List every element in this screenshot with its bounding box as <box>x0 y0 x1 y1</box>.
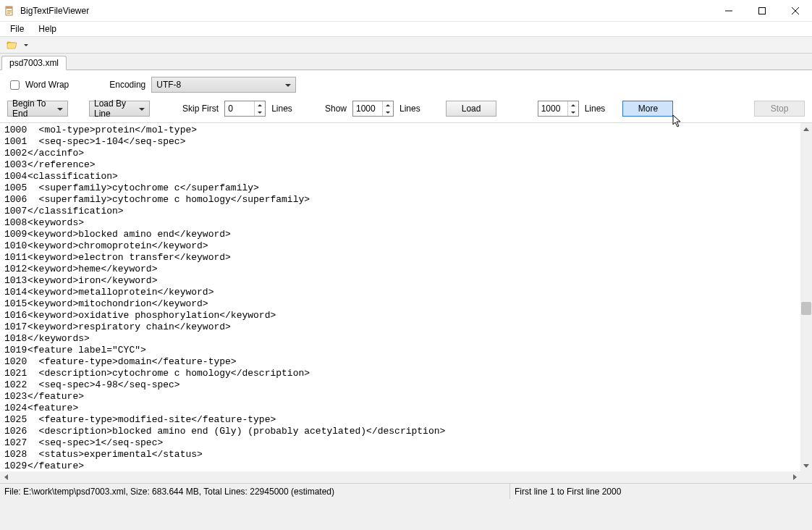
text-line: 1000 <mol-type>protein</mol-type> <box>4 125 811 136</box>
text-line: 1012<keyword>heme</keyword> <box>4 264 811 275</box>
maximize-button[interactable] <box>745 0 779 22</box>
scroll-thumb[interactable] <box>801 302 811 315</box>
text-line: 1020 <feature-type>domain</feature-type> <box>4 356 811 368</box>
spinner-up-icon[interactable] <box>568 101 578 109</box>
horizontal-scrollbar[interactable] <box>0 471 800 483</box>
app-icon <box>4 5 16 17</box>
stop-button[interactable]: Stop <box>754 101 805 117</box>
close-button[interactable] <box>779 0 812 22</box>
text-line: 1013<keyword>iron</keyword> <box>4 275 811 287</box>
more-button[interactable]: More <box>622 101 673 117</box>
text-line: 1004<classification> <box>4 171 811 182</box>
text-line: 1006 <superfamily>cytochrome c homology<… <box>4 194 811 206</box>
encoding-select[interactable]: UTF-8 <box>151 77 296 93</box>
lines-label-3: Lines <box>585 104 606 114</box>
text-line: 1024<feature> <box>4 403 811 414</box>
text-line: 1029</feature> <box>4 460 811 472</box>
file-tab[interactable]: psd7003.xml <box>1 56 67 70</box>
svg-rect-1 <box>6 7 12 9</box>
status-right: First line 1 to First line 2000 <box>510 484 812 499</box>
app-title: BigTextFileViewer <box>20 6 89 16</box>
text-line: 1027 <seq-spec>1</seq-spec> <box>4 437 811 449</box>
text-line: 1014<keyword>metalloprotein</keyword> <box>4 287 811 298</box>
direction-value: Begin To End <box>12 98 54 119</box>
text-line: 1002</accinfo> <box>4 148 811 159</box>
show-label: Show <box>325 104 347 114</box>
text-line: 1022 <seq-spec>4-98</seq-spec> <box>4 379 811 391</box>
scroll-corner <box>800 471 812 483</box>
tab-strip: psd7003.xml <box>0 54 812 70</box>
text-line: 1008<keywords> <box>4 217 811 229</box>
svg-rect-4 <box>7 13 10 14</box>
load-mode-select[interactable]: Load By Line <box>89 101 150 117</box>
encoding-value: UTF-8 <box>156 80 181 90</box>
text-line: 1018</keywords> <box>4 333 811 345</box>
load-mode-value: Load By Line <box>94 98 136 119</box>
tool-strip <box>0 36 812 54</box>
spinner-up-icon[interactable] <box>255 101 265 109</box>
skip-first-input[interactable] <box>225 101 254 116</box>
text-line: 1023</feature> <box>4 391 811 403</box>
spinner-down-icon[interactable] <box>383 109 393 116</box>
wordwrap-checkbox[interactable]: Word Wrap <box>7 78 69 92</box>
direction-select[interactable]: Begin To End <box>7 101 68 117</box>
scroll-left-icon[interactable] <box>0 471 12 483</box>
encoding-label: Encoding <box>109 80 145 90</box>
options-panel: Word Wrap Encoding UTF-8 Begin To End Lo… <box>0 70 812 122</box>
text-line: 1017<keyword>respiratory chain</keyword> <box>4 321 811 333</box>
minimize-button[interactable] <box>712 0 745 22</box>
vertical-scrollbar[interactable] <box>800 123 812 471</box>
text-line: 1007</classification> <box>4 206 811 217</box>
show-input[interactable] <box>353 101 382 116</box>
svg-rect-6 <box>759 7 766 14</box>
lines-label-2: Lines <box>399 104 420 114</box>
spinner-down-icon[interactable] <box>568 109 578 116</box>
svg-rect-3 <box>7 12 12 12</box>
status-bar: File: E:\work\temp\psd7003.xml, Size: 68… <box>0 483 812 499</box>
menu-bar: File Help <box>0 22 812 36</box>
scroll-right-icon[interactable] <box>789 471 800 483</box>
text-line: 1001 <seq-spec>1-104</seq-spec> <box>4 136 811 148</box>
text-line: 1016<keyword>oxidative phosphorylation</… <box>4 310 811 321</box>
more-input[interactable] <box>538 101 567 116</box>
skip-first-spinner[interactable] <box>224 101 266 117</box>
status-left: File: E:\work\temp\psd7003.xml, Size: 68… <box>0 484 510 499</box>
text-line: 1028 <status>experimental</status> <box>4 449 811 460</box>
text-line: 1021 <description>cytochrome c homology<… <box>4 368 811 379</box>
skip-first-label: Skip First <box>182 104 219 114</box>
text-line: 1011<keyword>electron transfer</keyword> <box>4 252 811 264</box>
text-line: 1003</reference> <box>4 159 811 171</box>
text-line: 1005 <superfamily>cytochrome c</superfam… <box>4 182 811 194</box>
open-dropdown-arrow[interactable] <box>24 44 28 46</box>
folder-open-icon <box>7 40 18 50</box>
menu-help[interactable]: Help <box>34 23 61 35</box>
open-file-button[interactable] <box>4 38 20 52</box>
wordwrap-input[interactable] <box>10 80 20 90</box>
spinner-up-icon[interactable] <box>383 101 393 109</box>
svg-rect-2 <box>7 10 12 11</box>
text-line: 1019<feature label="CYC"> <box>4 345 811 356</box>
content-area: 1000 <mol-type>protein</mol-type>1001 <s… <box>0 122 812 483</box>
menu-file[interactable]: File <box>6 23 28 35</box>
wordwrap-label: Word Wrap <box>25 80 69 90</box>
load-button[interactable]: Load <box>446 101 496 117</box>
text-line: 1009<keyword>blocked amino end</keyword> <box>4 229 811 240</box>
title-bar: BigTextFileViewer <box>0 0 812 22</box>
more-spinner[interactable] <box>538 101 579 117</box>
spinner-down-icon[interactable] <box>255 109 265 116</box>
text-line: 1025 <feature-type>modified-site</featur… <box>4 414 811 426</box>
text-line: 1010<keyword>chromoprotein</keyword> <box>4 240 811 252</box>
show-spinner[interactable] <box>352 101 394 117</box>
lines-label-1: Lines <box>271 104 292 114</box>
text-line: 1026 <description>blocked amino end (Gly… <box>4 426 811 437</box>
text-viewer[interactable]: 1000 <mol-type>protein</mol-type>1001 <s… <box>0 123 812 472</box>
scroll-up-icon[interactable] <box>800 123 812 135</box>
scroll-down-icon[interactable] <box>800 460 812 471</box>
text-line: 1015<keyword>mitochondrion</keyword> <box>4 298 811 310</box>
